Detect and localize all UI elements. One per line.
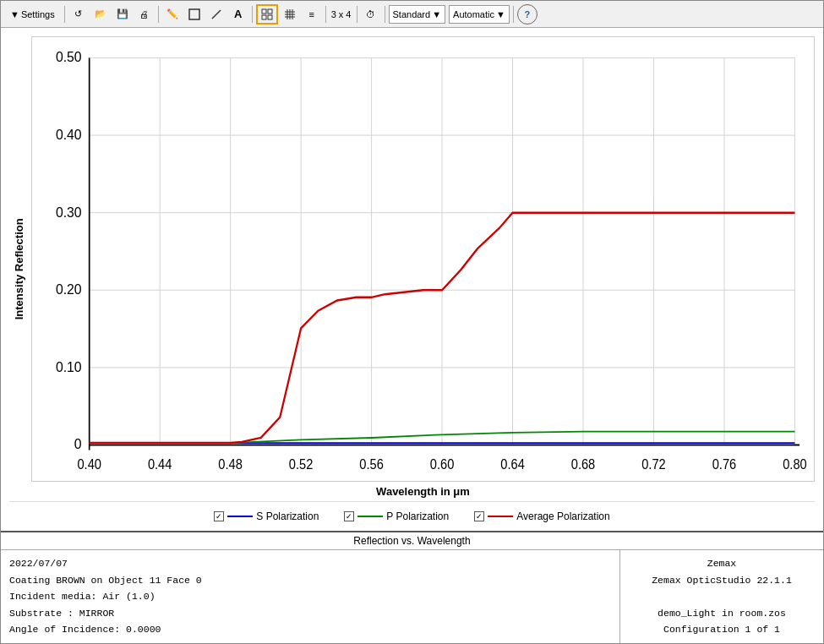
chart-svg: 0.50 0.40 0.30 0.20 0.10 0 0.40 0.44 0.4…	[32, 37, 814, 481]
chart-svg-container: 0.50 0.40 0.30 0.20 0.10 0 0.40 0.44 0.4…	[31, 36, 815, 482]
settings-label: Settings	[21, 9, 55, 19]
legend-line-s	[227, 516, 253, 517]
legend-item-s: ✓ S Polarization	[214, 510, 319, 522]
legend-line-avg	[488, 516, 513, 517]
separator-6	[385, 6, 385, 23]
chart-container: Intensity Reflection	[1, 28, 823, 531]
automatic-dropdown[interactable]: Automatic ▼	[449, 5, 510, 24]
info-footer: Reflection vs. Wavelength 2022/07/07 Coa…	[1, 531, 823, 643]
svg-text:0.20: 0.20	[56, 281, 82, 297]
legend-item-p: ✓ P Polarization	[344, 510, 449, 522]
svg-text:0.40: 0.40	[56, 126, 82, 142]
info-content: 2022/07/07 Coating BROWN on Object 11 Fa…	[1, 550, 823, 643]
separator-1	[64, 6, 65, 23]
svg-text:0.30: 0.30	[56, 204, 82, 220]
info-media: Incident media: Air (1.0)	[9, 588, 611, 605]
legend-line-p	[357, 516, 383, 517]
chevron-down-icon: ▼	[10, 9, 19, 19]
x-axis-label: Wavelength in μm	[31, 482, 815, 501]
line-button[interactable]	[206, 4, 226, 25]
info-software: Zemax OpticStudio 22.1.1	[629, 572, 815, 589]
grid-button[interactable]	[280, 4, 300, 25]
svg-text:0.80: 0.80	[783, 456, 807, 472]
legend-label-p: P Polarization	[386, 510, 449, 522]
grid-size-label: 3 x 4	[331, 9, 352, 19]
y-axis-label: Intensity Reflection	[9, 36, 28, 501]
pen-button[interactable]: ✏️	[162, 4, 183, 25]
legend-label-s: S Polarization	[256, 510, 319, 522]
chart-inner: 0.50 0.40 0.30 0.20 0.10 0 0.40 0.44 0.4…	[31, 36, 815, 501]
legend-checkbox-s[interactable]: ✓	[214, 511, 224, 521]
svg-rect-2	[262, 9, 266, 14]
toolbar: ▼ Settings ↺ 📂 💾 🖨 ✏️ A	[1, 1, 823, 28]
legend-checkbox-p[interactable]: ✓	[344, 511, 354, 521]
automatic-label: Automatic	[453, 9, 494, 19]
svg-rect-12	[32, 37, 814, 481]
svg-text:0.48: 0.48	[218, 456, 243, 472]
svg-text:0.40: 0.40	[77, 456, 101, 472]
svg-text:0.68: 0.68	[571, 456, 596, 472]
separator-5	[357, 6, 357, 23]
legend: ✓ S Polarization ✓ P Polarization ✓ Aver…	[9, 501, 815, 531]
svg-text:0.50: 0.50	[56, 49, 82, 65]
standard-label: Standard	[393, 9, 431, 19]
info-filename: demo_Light in room.zos	[629, 605, 815, 622]
svg-rect-5	[268, 15, 272, 19]
legend-label-avg: Average Polarization	[516, 510, 610, 522]
info-date: 2022/07/07	[9, 555, 611, 572]
svg-text:0.76: 0.76	[712, 456, 737, 472]
standard-dropdown[interactable]: Standard ▼	[389, 5, 446, 24]
info-coating: Coating BROWN on Object 11 Face 0	[9, 572, 611, 589]
svg-text:0.44: 0.44	[148, 456, 172, 472]
save-button[interactable]: 💾	[112, 4, 133, 25]
svg-text:0.56: 0.56	[359, 456, 384, 472]
svg-line-1	[212, 10, 221, 19]
svg-text:0.52: 0.52	[289, 456, 314, 472]
info-title: Reflection vs. Wavelength	[1, 532, 823, 550]
svg-text:0.60: 0.60	[430, 456, 455, 472]
info-config: Configuration 1 of 1	[629, 621, 815, 638]
svg-text:0.64: 0.64	[500, 456, 525, 472]
help-button[interactable]: ?	[517, 4, 538, 25]
svg-text:0: 0	[74, 436, 82, 452]
main-window: ▼ Settings ↺ 📂 💾 🖨 ✏️ A	[0, 0, 824, 644]
timer-button[interactable]: ⏱	[361, 4, 381, 25]
settings-button[interactable]: ▼ Settings	[4, 4, 61, 25]
svg-text:0.10: 0.10	[56, 358, 82, 374]
info-angle: Angle of Incidence: 0.0000	[9, 621, 611, 638]
info-right: Zemax Zemax OpticStudio 22.1.1 demo_Ligh…	[620, 550, 823, 643]
text-button[interactable]: A	[228, 4, 248, 25]
info-spacer	[629, 588, 815, 605]
separator-7	[513, 6, 514, 23]
svg-text:0.72: 0.72	[641, 456, 666, 472]
svg-rect-3	[268, 9, 272, 14]
info-left: 2022/07/07 Coating BROWN on Object 11 Fa…	[1, 550, 620, 643]
print-button[interactable]: 🖨	[134, 4, 155, 25]
svg-rect-4	[262, 15, 266, 19]
separator-2	[158, 6, 159, 23]
layers-button[interactable]: ≡	[302, 4, 322, 25]
open-button[interactable]: 📂	[90, 4, 111, 25]
separator-4	[325, 6, 326, 23]
legend-item-avg: ✓ Average Polarization	[474, 510, 610, 522]
standard-chevron-icon: ▼	[432, 9, 441, 19]
info-substrate: Substrate : MIRROR	[9, 605, 611, 622]
automatic-chevron-icon: ▼	[496, 9, 505, 19]
svg-rect-0	[189, 9, 199, 19]
legend-checkbox-avg[interactable]: ✓	[474, 511, 484, 521]
separator-3	[252, 6, 253, 23]
refresh-button[interactable]: ↺	[68, 4, 89, 25]
info-company: Zemax	[629, 555, 815, 572]
chart-area: Intensity Reflection	[9, 36, 815, 501]
rectangle-button[interactable]	[184, 4, 205, 25]
grid-select-button[interactable]	[256, 4, 278, 25]
